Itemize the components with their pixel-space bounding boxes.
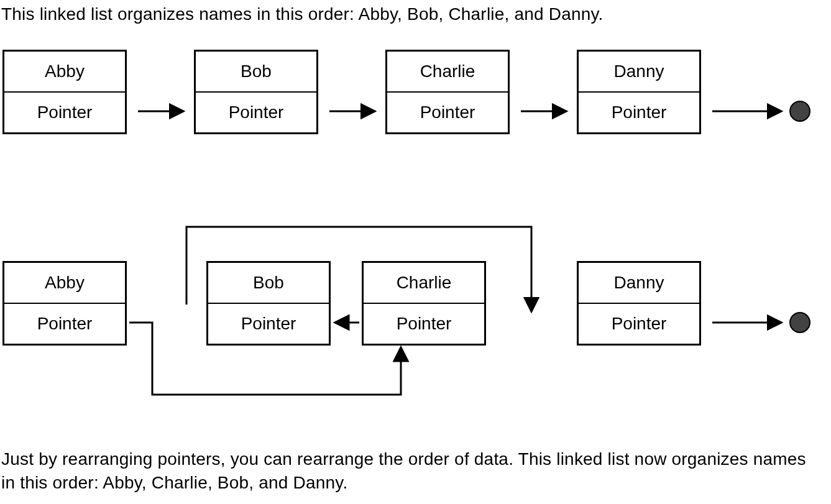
- node-1-name: Abby: [4, 52, 125, 93]
- node-4-name: Danny: [579, 52, 699, 93]
- node-4-pointer-label: Pointer: [579, 93, 699, 132]
- node-3-name: Charlie: [387, 52, 508, 93]
- caption-top: This linked list organizes names in this…: [1, 2, 822, 26]
- node-1-danny: Danny Pointer: [577, 50, 701, 134]
- node-2-pointer-label: Pointer: [196, 93, 316, 132]
- node2-1-pointer-label: Pointer: [4, 304, 125, 344]
- node2-2-pointer-label: Pointer: [208, 304, 329, 344]
- node2-3-pointer-label: Pointer: [364, 304, 484, 344]
- node-2-charlie: Charlie Pointer: [362, 261, 486, 346]
- node-2-abby: Abby Pointer: [2, 261, 127, 346]
- node-1-charlie: Charlie Pointer: [385, 50, 510, 134]
- node-1-abby: Abby Pointer: [2, 50, 127, 134]
- node2-3-name: Charlie: [364, 263, 484, 304]
- diagram-canvas: This linked list organizes names in this…: [0, 0, 831, 504]
- node-1-bob: Bob Pointer: [194, 50, 318, 134]
- node-3-pointer-label: Pointer: [387, 93, 508, 132]
- node-2-bob: Bob Pointer: [206, 261, 331, 346]
- node2-2-name: Bob: [208, 263, 329, 304]
- node2-4-name: Danny: [579, 263, 699, 304]
- node-2-name: Bob: [196, 52, 316, 93]
- node2-1-name: Abby: [4, 263, 125, 304]
- node2-4-pointer-label: Pointer: [579, 304, 699, 344]
- node-2-danny: Danny Pointer: [577, 261, 701, 346]
- caption-bottom: Just by rearranging pointers, you can re…: [1, 447, 822, 495]
- node-1-pointer-label: Pointer: [4, 93, 125, 132]
- terminator-2: [789, 312, 810, 333]
- terminator-1: [789, 101, 810, 122]
